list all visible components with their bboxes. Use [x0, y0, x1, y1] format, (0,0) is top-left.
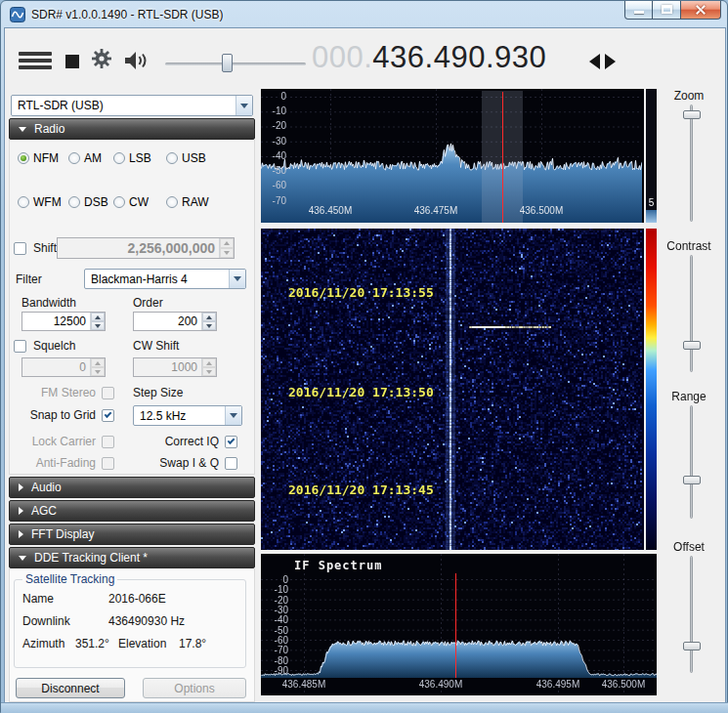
shift-input[interactable]: 2,256,000,000	[57, 237, 235, 259]
cw-shift-value: 1000	[134, 360, 201, 374]
shift-checkbox[interactable]	[14, 242, 26, 255]
waterfall-timestamp: 2016/11/20 17:13:50	[288, 385, 434, 399]
minimize-button[interactable]	[624, 1, 653, 20]
spinner-down-button[interactable]	[202, 321, 216, 330]
if-spectrum-title: IF Spectrum	[294, 559, 382, 572]
window-title: SDR# v1.0.0.1490 - RTL-SDR (USB)	[31, 8, 224, 21]
swap-iq-checkbox[interactable]	[225, 457, 237, 470]
range-slider-thumb[interactable]	[683, 476, 701, 484]
spinner-down-button[interactable]	[91, 321, 105, 330]
section-header-radio[interactable]: Radio	[9, 118, 255, 140]
window-controls	[624, 1, 721, 20]
spinner-up-button[interactable]	[220, 238, 234, 248]
spinner-down-button[interactable]	[91, 367, 105, 376]
section-header-audio[interactable]: Audio	[9, 477, 255, 498]
close-button[interactable]	[681, 1, 721, 20]
squelch-input[interactable]: 0	[21, 357, 106, 377]
tracking-row: Azimuth 351.2° Elevation 17.8°	[22, 632, 237, 654]
mode-label: DSB	[84, 195, 108, 209]
options-button[interactable]: Options	[143, 678, 246, 698]
offset-slider[interactable]	[682, 556, 702, 673]
spinner	[201, 313, 216, 330]
volume-slider[interactable]	[165, 54, 306, 73]
anti-fading-label: Anti-Fading	[10, 456, 96, 470]
rf-db-tick: -70	[265, 195, 286, 206]
spinner-down-button[interactable]	[220, 248, 234, 258]
elevation-label: Elevation	[118, 637, 179, 650]
correct-iq-checkbox[interactable]	[225, 436, 237, 448]
lock-carrier-checkbox[interactable]	[102, 436, 114, 448]
stop-button[interactable]	[65, 55, 79, 68]
disconnect-button[interactable]: Disconnect	[16, 678, 125, 698]
squelch-checkbox[interactable]	[14, 340, 26, 353]
if-spectrum-canvas[interactable]	[261, 554, 657, 695]
order-input[interactable]: 200	[133, 312, 217, 331]
squelch-label: Squelch	[33, 339, 75, 353]
volume-slider-thumb[interactable]	[222, 54, 233, 72]
mode-radio-nfm[interactable]: NFM	[18, 151, 59, 165]
spinner-up-button[interactable]	[202, 358, 216, 367]
spin-up-icon	[206, 361, 212, 365]
rf-db-tick: -50	[265, 165, 286, 176]
section-label: Audio	[31, 481, 62, 494]
mode-radio-cw[interactable]: CW	[113, 195, 149, 209]
mode-radio-am[interactable]: AM	[68, 151, 102, 165]
if-spectrum-panel: IF Spectrum 0 -10 -20 -30 -40 -50 -60 -7…	[261, 554, 657, 695]
chevron-down-icon	[225, 406, 241, 425]
bandwidth-input[interactable]: 12500	[21, 312, 106, 331]
spinner-up-button[interactable]	[91, 358, 105, 367]
mode-radio-dsb[interactable]: DSB	[68, 195, 108, 209]
anti-fading-checkbox[interactable]	[102, 457, 114, 470]
waterfall-timestamp: 2016/11/20 17:13:55	[288, 285, 434, 300]
contrast-slider-thumb[interactable]	[683, 341, 701, 350]
step-size-label: Step Size	[133, 386, 183, 399]
source-dropdown[interactable]: RTL-SDR (USB)	[11, 95, 253, 116]
menu-button[interactable]	[19, 52, 52, 69]
hamburger-icon	[19, 59, 52, 63]
section-header-agc[interactable]: AGC	[9, 500, 255, 522]
spinner-up-button[interactable]	[91, 313, 105, 321]
spin-down-icon	[206, 370, 212, 374]
section-header-dde[interactable]: DDE Tracking Client *	[9, 547, 255, 568]
spinner-up-button[interactable]	[202, 313, 216, 321]
mode-radio-usb[interactable]: USB	[166, 151, 206, 165]
spinner-down-button[interactable]	[202, 367, 216, 376]
speaker-icon[interactable]	[124, 51, 150, 73]
titlebar[interactable]: SDR# v1.0.0.1490 - RTL-SDR (USB)	[1, 1, 728, 28]
contrast-label: Contrast	[654, 239, 724, 253]
settings-gear-icon[interactable]	[91, 48, 112, 72]
frequency-value: 436.490.930	[372, 40, 546, 74]
radio-circle	[68, 152, 80, 164]
if-freq-tick: 436.490M	[416, 679, 465, 690]
volume-slider-track[interactable]	[165, 63, 306, 65]
frequency-display[interactable]: 000.436.490.930	[312, 40, 546, 79]
rf-spectrum-canvas[interactable]	[261, 89, 642, 223]
tracking-row: Name 2016-066E	[22, 587, 237, 609]
cw-shift-input[interactable]: 1000	[133, 357, 217, 377]
maximize-button[interactable]	[653, 1, 681, 20]
step-size-dropdown[interactable]: 12.5 kHz	[133, 405, 242, 426]
tune-right-icon[interactable]	[605, 54, 616, 69]
mode-radio-raw[interactable]: RAW	[166, 195, 209, 209]
zoom-slider[interactable]	[682, 105, 702, 222]
squelch-value: 0	[22, 360, 90, 374]
mode-radio-lsb[interactable]: LSB	[113, 151, 151, 165]
mode-radio-wfm[interactable]: WFM	[18, 195, 62, 209]
filter-dropdown[interactable]: Blackman-Harris 4	[84, 269, 246, 289]
slider-track	[690, 405, 693, 519]
fm-stereo-checkbox[interactable]	[102, 387, 114, 399]
radio-circle	[113, 152, 125, 164]
tune-left-icon[interactable]	[589, 54, 600, 69]
snap-to-grid-checkbox[interactable]	[102, 409, 114, 422]
contrast-slider[interactable]	[682, 255, 702, 372]
section-header-fft[interactable]: FFT Display	[9, 524, 255, 545]
hamburger-icon	[19, 52, 52, 56]
zoom-slider-thumb[interactable]	[683, 110, 701, 119]
radio-circle	[113, 196, 125, 208]
offset-slider-thumb[interactable]	[683, 642, 701, 650]
check-icon	[228, 437, 236, 444]
if-freq-tick: 436.485M	[279, 679, 328, 690]
range-slider[interactable]	[682, 405, 702, 519]
frequency-leading-zeros: 000.	[312, 40, 372, 74]
mode-label: WFM	[33, 195, 62, 209]
